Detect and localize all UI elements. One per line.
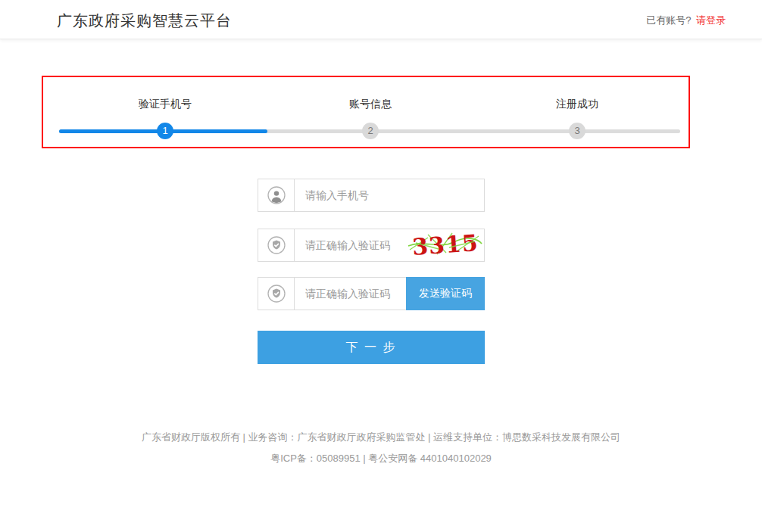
shield-check-icon — [258, 278, 295, 310]
captcha-image[interactable]: 3315 — [405, 229, 484, 261]
step-circle-2: 2 — [362, 123, 379, 139]
sms-code-input-row: 发送验证码 — [258, 277, 485, 310]
shield-check-icon — [258, 229, 295, 261]
have-account-text: 已有账号? — [646, 14, 691, 26]
footer-copyright: 广东省财政厅版权所有 | 业务咨询：广东省财政厅政府采购监管处 | 运维支持单位… — [0, 431, 762, 444]
registration-page: 广东政府采购智慧云平台 已有账号? 请登录 验证手机号 账号信息 注册成功 1 … — [0, 0, 762, 532]
user-icon — [258, 179, 295, 211]
step-circle-1: 1 — [157, 123, 173, 139]
step-label-account-info: 账号信息 — [349, 98, 392, 111]
step-label-verify-phone: 验证手机号 — [139, 98, 192, 111]
page-title: 广东政府采购智慧云平台 — [57, 11, 232, 31]
stepper: 验证手机号 账号信息 注册成功 1 2 3 — [42, 76, 690, 148]
next-step-button[interactable]: 下 一 步 — [258, 331, 485, 364]
login-link[interactable]: 请登录 — [696, 14, 726, 26]
stepper-track: 1 2 3 — [59, 129, 680, 133]
phone-input-row — [258, 179, 485, 212]
header-account-area: 已有账号? 请登录 — [646, 14, 726, 27]
phone-input[interactable] — [295, 179, 484, 211]
step-label-register-success: 注册成功 — [556, 98, 598, 111]
footer-icp: 粤ICP备：05089951 | 粤公安网备 4401040102029 — [0, 452, 762, 465]
header: 广东政府采购智慧云平台 已有账号? 请登录 — [0, 0, 762, 39]
send-code-button[interactable]: 发送验证码 — [406, 277, 485, 310]
step-circle-3: 3 — [569, 123, 586, 139]
captcha-input-row: 3315 — [258, 229, 485, 262]
